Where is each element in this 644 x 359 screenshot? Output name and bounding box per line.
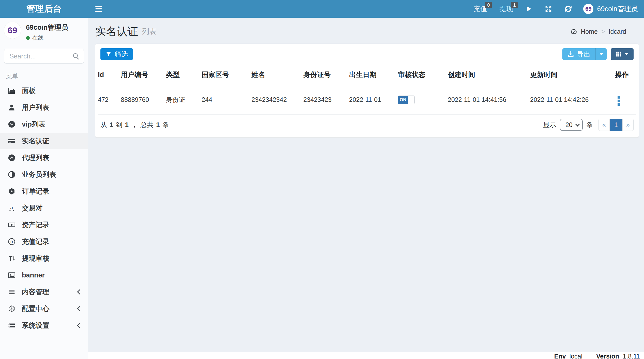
- env-value: local: [570, 353, 582, 359]
- page-title: 实名认证: [95, 24, 138, 39]
- hexagon-config-icon: [7, 305, 17, 312]
- breadcrumb-current: Idcard: [609, 28, 626, 35]
- version-value: 1.8.11: [623, 353, 640, 359]
- card-toolbar: 筛选 导出: [98, 48, 636, 60]
- cell-id: 472: [98, 85, 121, 115]
- online-status-dot: [26, 36, 30, 40]
- sidebar-item-agents[interactable]: 代理列表: [0, 149, 88, 166]
- navbar-user-menu[interactable]: 69 69coin管理员: [578, 4, 640, 14]
- export-button-group: 导出: [562, 48, 607, 60]
- unit-label: 条: [586, 120, 593, 129]
- circle-chevron-up-icon: [7, 154, 17, 161]
- sidebar-toggle-button[interactable]: [88, 0, 109, 18]
- breadcrumb-separator: >: [601, 28, 605, 35]
- row-actions-button[interactable]: [615, 95, 623, 107]
- sidebar-item-label: 实名认证: [22, 136, 49, 146]
- caret-down-icon: [624, 53, 628, 55]
- filter-funnel-icon: [106, 51, 112, 57]
- cell-actions: [615, 85, 636, 115]
- refresh-button[interactable]: [558, 0, 578, 18]
- download-icon: [567, 51, 574, 57]
- col-user-no[interactable]: 用户编号: [121, 65, 166, 85]
- col-id[interactable]: Id: [98, 65, 121, 85]
- sidebar-item-orders[interactable]: 订单记录: [0, 183, 88, 200]
- page-size-select[interactable]: 20: [560, 119, 583, 131]
- sidebar-item-system[interactable]: 系统设置: [0, 317, 88, 334]
- pagination-controls: 显示 20 条 « 1 »: [543, 119, 634, 131]
- col-type[interactable]: 类型: [166, 65, 202, 85]
- sidebar-item-trading-pairs[interactable]: a 交易对: [0, 200, 88, 216]
- col-country-code[interactable]: 国家区号: [202, 65, 251, 85]
- sidebar-search-input[interactable]: [4, 49, 84, 64]
- pager-page-1[interactable]: 1: [610, 119, 622, 131]
- sidebar-item-label: vip列表: [22, 120, 46, 129]
- sidebar-item-banner[interactable]: banner: [0, 267, 88, 284]
- sidebar-item-idcard[interactable]: 实名认证: [0, 133, 88, 149]
- money-bill-icon: [7, 221, 17, 228]
- sidebar-item-vip[interactable]: vip列表: [0, 116, 88, 133]
- sidebar-item-dashboard[interactable]: 面板: [0, 82, 88, 99]
- pager: « 1 »: [598, 119, 634, 131]
- filter-button[interactable]: 筛选: [100, 48, 133, 60]
- navbar-withdraw-link[interactable]: 提现 1: [493, 0, 519, 18]
- user-icon: [7, 104, 17, 111]
- col-review-status[interactable]: 审核状态: [398, 65, 448, 85]
- toggle-on-label: ON: [398, 96, 408, 104]
- caret-down-icon: [599, 53, 603, 55]
- sidebar: 69 69coin管理员 在线 菜单 面板 用户列表 vip列表: [0, 18, 88, 359]
- filter-button-label: 筛选: [115, 50, 128, 59]
- top-navbar: 管理后台 充值 0 提现 1 69 69coin管理员: [0, 0, 644, 18]
- table-footer: 从1到1，总共1条 显示 20 条 « 1 »: [98, 115, 636, 137]
- table-header-row: Id 用户编号 类型 国家区号 姓名 身份证号 出生日期 审核状态 创建时间 更…: [98, 65, 636, 85]
- sidebar-item-label: 订单记录: [22, 187, 49, 196]
- sidebar-item-content[interactable]: 内容管理: [0, 284, 88, 300]
- cell-birth-date: 2022-11-01: [349, 85, 398, 115]
- version-label: Version: [596, 353, 619, 359]
- sidebar-avatar: 69: [4, 22, 21, 39]
- logo-69-icon: 69: [585, 6, 591, 12]
- env-label: Env: [554, 353, 566, 359]
- fullscreen-button[interactable]: [538, 0, 558, 18]
- navbar-recharge-link[interactable]: 充值 0: [467, 0, 493, 18]
- search-icon[interactable]: [72, 52, 80, 61]
- col-name[interactable]: 姓名: [251, 65, 303, 85]
- list-card: 筛选 导出: [95, 44, 639, 137]
- registered-icon: R: [7, 238, 17, 245]
- status-toggle[interactable]: ON: [398, 96, 415, 104]
- online-status-label: 在线: [32, 34, 43, 42]
- sidebar-item-withdraw-review[interactable]: 提现审核: [0, 250, 88, 267]
- col-created-at[interactable]: 创建时间: [448, 65, 530, 85]
- columns-button[interactable]: [611, 48, 634, 60]
- breadcrumb: Home > Idcard: [571, 28, 626, 35]
- cell-user-no: 88889760: [121, 85, 166, 115]
- col-updated-at[interactable]: 更新时间: [530, 65, 615, 85]
- table-row: 472 88889760 身份证 244 2342342342 23423423…: [98, 85, 636, 115]
- cell-created-at: 2022-11-01 14:41:56: [448, 85, 530, 115]
- sidebar-item-users[interactable]: 用户列表: [0, 99, 88, 116]
- logo-69-icon: 69: [8, 25, 17, 35]
- pager-prev-button[interactable]: «: [598, 119, 610, 131]
- cell-id-number: 23423423: [303, 85, 349, 115]
- sidebar-item-assets[interactable]: 资产记录: [0, 216, 88, 233]
- cell-name: 2342342342: [251, 85, 303, 115]
- pager-next-button[interactable]: »: [622, 119, 634, 131]
- col-id-number[interactable]: 身份证号: [303, 65, 349, 85]
- chart-area-icon: [7, 87, 17, 94]
- navbar-username: 69coin管理员: [597, 4, 638, 13]
- refresh-icon: [564, 5, 572, 13]
- sidebar-item-salesmen[interactable]: 业务员列表: [0, 166, 88, 183]
- col-birth-date[interactable]: 出生日期: [349, 65, 398, 85]
- sidebar-item-label: 资产记录: [22, 220, 49, 229]
- brand-title[interactable]: 管理后台: [0, 0, 88, 18]
- id-card-icon: [7, 137, 17, 145]
- expand-arrows-icon: [545, 5, 552, 13]
- page-subtitle: 列表: [142, 27, 156, 36]
- export-dropdown-button[interactable]: [595, 48, 607, 60]
- play-button[interactable]: [519, 0, 538, 18]
- svg-text:R: R: [10, 240, 13, 244]
- breadcrumb-home[interactable]: Home: [581, 28, 598, 35]
- sidebar-item-config[interactable]: 配置中心: [0, 300, 88, 317]
- export-button[interactable]: 导出: [562, 48, 595, 60]
- sidebar-item-label: 面板: [22, 86, 36, 95]
- sidebar-item-recharge-records[interactable]: R 充值记录: [0, 233, 88, 250]
